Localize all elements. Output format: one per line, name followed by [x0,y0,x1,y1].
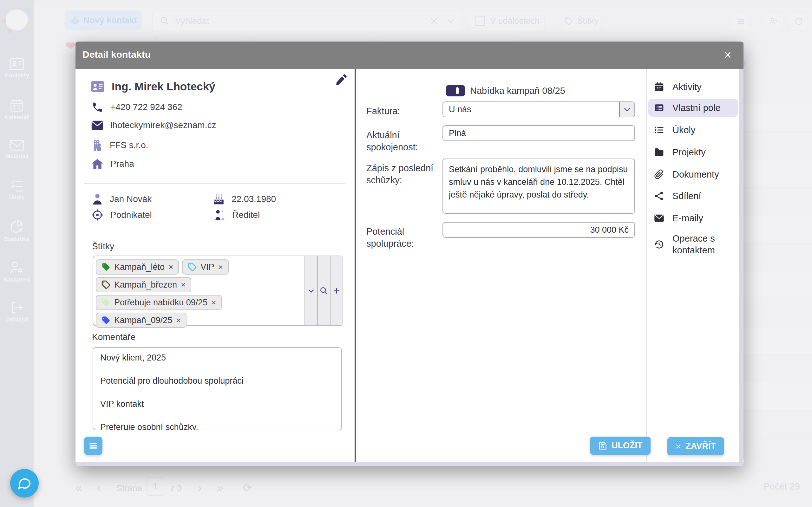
zapis-textarea[interactable]: Setkání proběhlo, domluvili jsme se na p… [442,159,635,214]
menu-item-vlastni-pole[interactable]: Vlastní pole [648,99,739,117]
field-label-faktura: Faktura: [366,105,439,117]
chat-bubble-icon [17,476,32,491]
tags-dropdown-button[interactable] [305,256,317,325]
spokojenost-input[interactable]: Plná [442,125,635,141]
tag-chip[interactable]: Kampaň_léto × [96,259,179,275]
close-x-icon: × [675,441,681,452]
search-icon [320,287,328,295]
save-button-label: ULOŽIT [611,441,642,451]
tag-icon [102,280,110,289]
envelope-icon [91,120,103,130]
menu-item-label: Aktivity [672,82,702,92]
comment-line: VIP kontakt [100,399,334,409]
menu-item-sdileni[interactable]: Sdílení [648,187,739,205]
tag-label: Kampaň_09/25 [114,316,172,325]
contact-company[interactable]: FFS s.r.o. [110,140,148,150]
segment-value: Podnikatel [110,210,152,220]
toggle-knob [456,87,458,94]
tag-icon [188,263,197,271]
panel-divider-right [646,69,647,462]
save-button[interactable]: ULOŽIT [590,437,651,455]
custom-fields-icon [654,103,664,113]
field-label-spokojenost: Aktuální spokojenost: [366,129,439,153]
menu-item-label: Vlastní pole [672,103,721,113]
menu-item-label: E-maily [672,213,703,224]
faktura-select[interactable]: U nás [442,102,635,117]
menu-item-ukoly[interactable]: Úkoly [648,121,739,139]
menu-item-projekty[interactable]: Projekty [648,143,739,161]
comments-textarea[interactable]: Nový klient, 2025 Potenciál pro dlouhodo… [93,347,342,430]
edit-contact-icon[interactable] [335,74,347,86]
menu-item-emaily[interactable]: E-maily [648,209,739,227]
remove-tag-icon[interactable]: × [211,298,216,307]
tag-chip[interactable]: Kampaň_09/25 × [96,313,186,328]
owner-row: Jan Novák [92,193,152,205]
tag-chip[interactable]: Kampaň_březen × [96,277,191,292]
target-icon [91,209,103,221]
history-icon [654,239,664,249]
remove-tag-icon[interactable]: × [218,262,223,272]
save-floppy-icon [598,441,607,450]
remove-tag-icon[interactable]: × [168,262,173,272]
remove-tag-icon[interactable]: × [181,280,185,290]
menu-item-label: Operace s kontaktem [672,233,733,256]
tags-field: Kampaň_léto × VIP × Kampaň_březen × Potř… [93,256,343,326]
tag-label: Kampaň_léto [114,262,165,272]
campaign-toggle[interactable] [446,85,465,96]
left-panel-menu-button[interactable] [84,437,102,455]
menu-item-label: Sdílení [672,191,701,201]
chat-widget-button[interactable] [10,469,39,498]
horizontal-scrollbar[interactable] [75,462,744,466]
contact-phone[interactable]: +420 722 924 362 [110,102,182,112]
tag-chip-list: Kampaň_léto × VIP × Kampaň_březen × Potř… [93,256,305,325]
contact-city-row: Praha [91,158,134,170]
tag-chip[interactable]: Potřebuje nabídku 09/25 × [96,295,222,310]
close-modal-icon[interactable]: × [724,48,732,62]
add-tag-button[interactable] [330,256,342,325]
menu-item-dokumenty[interactable]: Dokumenty [648,166,739,183]
contact-detail-modal: Detail kontaktu × Ing. Mirek Lhotecký +4… [75,42,744,466]
contact-city[interactable]: Praha [110,159,134,169]
tag-chip[interactable]: VIP × [182,259,229,275]
modal-header: Detail kontaktu × [75,42,744,69]
comments-section-label: Komentáře [92,332,136,342]
tags-section-label: Štítky [92,241,114,251]
plus-icon [332,287,341,295]
envelope-icon [654,214,664,222]
contact-email[interactable]: lhoteckymirek@seznam.cz [110,120,216,130]
contact-phone-row: +420 722 924 362 [91,101,182,113]
position-value: Ředitel [232,210,260,220]
share-icon [654,191,664,201]
contact-email-row: lhoteckymirek@seznam.cz [91,120,216,130]
spokojenost-value: Plná [443,126,634,140]
screen: Kontakty Kalendář Webmail Úkoly Statisti… [0,0,812,507]
potencial-input[interactable]: 30 000 Kč [442,222,635,238]
list-icon [654,125,664,135]
tags-search-button[interactable] [317,256,330,325]
menu-item-operace[interactable]: Operace s kontaktem [648,231,739,258]
menu-item-label: Dokumenty [672,169,719,180]
remove-tag-icon[interactable]: × [176,316,181,325]
tag-label: Kampaň_březen [114,280,177,290]
comment-line: Nový klient, 2025 [100,353,334,362]
contact-company-row: FFS s.r.o. [92,139,148,151]
building-icon [92,139,103,151]
person-icon [92,193,103,205]
contact-name: Ing. Mirek Lhotecký [112,80,215,93]
phone-icon [91,101,103,113]
calendar-icon [654,82,664,92]
hamburger-icon [89,441,98,451]
vertical-scrollbar[interactable] [739,69,744,462]
contact-name-row: Ing. Mirek Lhotecký [91,80,215,93]
folder-icon [654,147,664,157]
tag-icon [102,298,110,307]
field-label-zapis: Zápis z poslední schůzky: [366,162,439,186]
comment-line: Preferuje osobní schůzky. [100,422,334,430]
campaign-toggle-label: Nabídka kampaň 08/25 [470,86,565,96]
panel-divider [355,69,356,462]
menu-item-aktivity[interactable]: Aktivity [648,78,739,96]
select-caret-button[interactable] [619,102,634,117]
section-divider [84,183,346,184]
close-button[interactable]: × ZAVŘÍT [667,437,724,455]
tag-label: Potřebuje nabídku 09/25 [114,298,207,307]
